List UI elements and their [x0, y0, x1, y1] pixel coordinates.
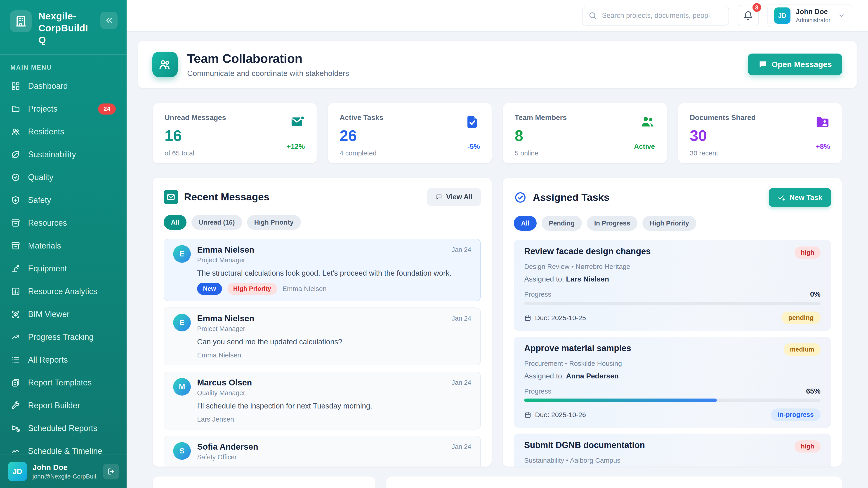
task-progress-percent: 65% — [806, 387, 820, 395]
sidebar-item-icon — [11, 401, 21, 410]
avatar: JD — [774, 7, 790, 24]
sidebar-item[interactable]: Quality — [6, 166, 120, 189]
user-menu[interactable]: JD John Doe Administrator — [767, 4, 852, 27]
search-input[interactable] — [582, 6, 729, 26]
sidebar-item-icon — [11, 378, 21, 387]
sidebar-item-label: Dashboard — [28, 81, 116, 91]
message-filter-chip[interactable]: All — [164, 215, 186, 230]
stat-card: Team Members 8 5 online Active — [503, 103, 667, 163]
message-filter-chip[interactable]: High Priority — [247, 215, 301, 230]
view-all-button[interactable]: View All — [427, 188, 481, 206]
message-footer-name: Lars Jensen — [197, 416, 234, 423]
sidebar-item-icon — [11, 332, 21, 342]
task-assignee: Lars Nielsen — [566, 275, 609, 283]
task-priority-badge: medium — [784, 344, 820, 356]
message-sender-name: Marcus Olsen — [197, 378, 252, 387]
message-sender-name: Emma Nielsen — [197, 245, 254, 255]
stats-row: Unread Messages 16 of 65 total +12% Acti… — [153, 103, 842, 163]
task-card[interactable]: Approve material samples medium Procurem… — [514, 337, 831, 428]
message-filters: AllUnread (16)High Priority — [164, 215, 481, 230]
task-title: Submit DGNB documentation — [524, 440, 645, 450]
stat-label: Active Tasks — [340, 113, 383, 122]
stat-subtext: 30 recent — [690, 149, 756, 157]
task-filter-chip[interactable]: High Priority — [643, 216, 696, 231]
message-card[interactable]: E Emma Nielsen Jan 24 Project Manager Th… — [164, 239, 481, 301]
avatar: S — [173, 442, 191, 460]
task-category: Procurement • Roskilde Housing — [524, 360, 820, 367]
sidebar-item[interactable]: Scheduled Reports — [6, 417, 120, 440]
logout-button[interactable] — [103, 464, 119, 480]
sidebar-item[interactable]: Progress Tracking — [6, 326, 120, 349]
sidebar-item-icon — [11, 264, 21, 273]
open-messages-button[interactable]: Open Messages — [748, 54, 842, 75]
stat-subtext: of 65 total — [164, 149, 226, 157]
sidebar-item[interactable]: Resource Analytics — [6, 280, 120, 303]
task-filters: AllPendingIn ProgressHigh Priority — [514, 216, 831, 231]
message-card[interactable]: E Emma Nielsen Jan 24 Project Manager Ca… — [164, 307, 481, 365]
sidebar-collapse-button[interactable] — [100, 12, 118, 29]
sidebar-item[interactable]: Materials — [6, 234, 120, 257]
task-filter-chip[interactable]: In Progress — [587, 216, 638, 231]
sidebar: Nexgile-CorpBuildIQ MAIN MENU Dashboard … — [0, 0, 127, 488]
search-box — [582, 6, 729, 26]
chevron-down-icon — [838, 12, 845, 20]
sidebar-item-label: BIM Viewer — [28, 310, 116, 319]
task-filter-chip[interactable]: All — [514, 216, 537, 231]
check-plus-icon — [777, 193, 785, 201]
sidebar-item[interactable]: Projects 24 — [6, 98, 120, 121]
sidebar-item[interactable]: Dashboard — [6, 75, 120, 98]
sidebar-item-label: Residents — [28, 127, 116, 136]
message-date: Jan 24 — [452, 245, 471, 254]
sidebar-item-icon — [11, 241, 21, 251]
sidebar-item-icon — [11, 127, 21, 136]
sidebar-item[interactable]: Resources — [6, 212, 120, 234]
task-assignee: Anna Pedersen — [566, 372, 619, 380]
message-filter-chip[interactable]: Unread (16) — [191, 215, 242, 230]
sidebar-item-icon — [11, 218, 21, 228]
stat-subtext: 5 online — [515, 149, 567, 157]
sidebar-item[interactable]: Equipment — [6, 257, 120, 280]
stat-label: Unread Messages — [164, 113, 226, 122]
task-card[interactable]: Submit DGNB documentation high Sustainab… — [514, 433, 831, 466]
message-card[interactable]: M Marcus Olsen Jan 24 Quality Manager I'… — [164, 372, 481, 429]
message-card[interactable]: S Sofia Andersen Jan 24 Safety Officer Y… — [164, 436, 481, 466]
high-priority-badge: High Priority — [227, 283, 277, 295]
sidebar-item[interactable]: Report Templates — [6, 371, 120, 394]
sidebar-item-icon — [11, 424, 21, 433]
message-date: Jan 24 — [452, 314, 471, 322]
sidebar-user-name: John Doe — [33, 463, 98, 472]
message-date: Jan 24 — [452, 378, 471, 386]
sidebar-item-icon — [11, 287, 21, 296]
progress-label: Progress — [524, 387, 551, 395]
sidebar-item-icon — [11, 195, 21, 205]
notifications-button[interactable]: 3 — [738, 5, 759, 26]
new-badge: New — [197, 283, 222, 295]
message-footer-name: Emma Nielsen — [283, 285, 327, 293]
sidebar-item[interactable]: Safety — [6, 189, 120, 212]
page-title: Team Collaboration — [187, 51, 349, 66]
new-task-button[interactable]: New Task — [769, 188, 831, 207]
sidebar-item[interactable]: Sustainability — [6, 143, 120, 166]
stat-value: 8 — [515, 127, 567, 144]
task-card[interactable]: Review facade design changes high Design… — [514, 240, 831, 331]
sidebar-item-icon — [11, 173, 21, 182]
bell-icon — [743, 11, 753, 21]
task-category: Sustainability • Aalborg Campus — [524, 457, 820, 464]
task-filter-chip[interactable]: Pending — [541, 216, 582, 231]
task-status-badge: pending — [781, 312, 820, 324]
user-role: Administrator — [796, 17, 831, 24]
stat-subtext: 4 completed — [340, 149, 383, 157]
page-header: Team Collaboration Communicate and coord… — [138, 41, 857, 88]
sidebar-item[interactable]: Residents — [6, 121, 120, 143]
task-status-badge: in-progress — [771, 409, 820, 421]
sidebar-item-icon — [11, 81, 21, 91]
sidebar-item-label: Safety — [28, 195, 116, 205]
message-sender-role: Project Manager — [197, 325, 471, 332]
task-title: Review facade design changes — [524, 247, 651, 256]
sidebar-item[interactable]: Schedule & Timeline — [6, 440, 120, 455]
sidebar-item[interactable]: BIM Viewer — [6, 303, 120, 326]
stat-delta: +8% — [816, 142, 830, 151]
sidebar-item[interactable]: All Reports — [6, 349, 120, 371]
sidebar-item-label: Report Builder — [28, 401, 116, 410]
sidebar-item[interactable]: Report Builder — [6, 394, 120, 417]
